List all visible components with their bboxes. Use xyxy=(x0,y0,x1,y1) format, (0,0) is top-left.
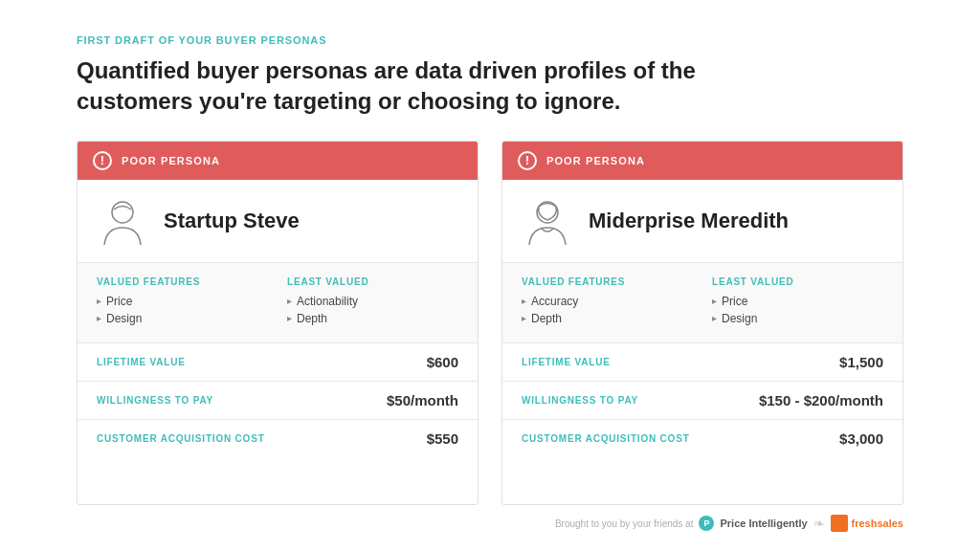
price-intelligently-icon: P xyxy=(699,516,714,531)
least-label-steve: Least Valued xyxy=(287,276,458,287)
card-header-steve: ! Poor Persona xyxy=(78,142,478,180)
avatar-meredith xyxy=(522,195,573,247)
lifetime-label-meredith: Lifetime Value xyxy=(522,357,611,367)
persona-identity-row-steve: Startup Steve xyxy=(78,180,478,263)
valued-features-col-meredith: Valued Features Accuracy Depth xyxy=(522,276,693,329)
lifetime-value-steve: $600 xyxy=(427,354,458,370)
separator-icon: ❧ xyxy=(813,516,825,531)
cards-container: ! Poor Persona Startup Steve Valued Feat… xyxy=(77,141,903,505)
cac-row-meredith: Customer Acquisition Cost $3,000 xyxy=(502,420,902,457)
cac-label-steve: Customer Acquisition Cost xyxy=(97,433,265,444)
lifetime-label-steve: Lifetime Value xyxy=(97,357,186,367)
poor-persona-icon-meredith: ! xyxy=(518,151,537,170)
page-title: Quantified buyer personas are data drive… xyxy=(77,55,727,118)
freshsales-icon xyxy=(831,515,848,532)
persona-name-steve: Startup Steve xyxy=(164,209,300,233)
valued-label-steve: Valued Features xyxy=(97,276,268,287)
persona-card-meredith: ! Poor Persona Miderprise Meredith Value… xyxy=(501,141,903,505)
cac-row-steve: Customer Acquisition Cost $550 xyxy=(78,420,478,457)
card-badge-meredith: Poor Persona xyxy=(546,155,645,166)
lifetime-value-meredith: $1,500 xyxy=(839,354,883,370)
least-item-meredith-0: Price xyxy=(712,295,883,308)
footer-attribution: Brought to you by your friends at P Pric… xyxy=(77,515,903,532)
cac-value-meredith: $3,000 xyxy=(839,430,883,447)
valued-item-meredith-0: Accuracy xyxy=(522,295,693,308)
features-row-meredith: Valued Features Accuracy Depth Least Val… xyxy=(502,263,902,343)
valued-list-meredith: Accuracy Depth xyxy=(522,295,693,325)
features-row-steve: Valued Features Price Design Least Value… xyxy=(78,263,478,343)
price-intelligently-brand: Price Intelligently xyxy=(720,518,807,529)
wtp-value-meredith: $150 - $200/month xyxy=(759,392,883,408)
valued-item-steve-0: Price xyxy=(97,295,268,308)
persona-card-steve: ! Poor Persona Startup Steve Valued Feat… xyxy=(77,141,479,505)
persona-identity-row-meredith: Miderprise Meredith xyxy=(502,180,902,263)
footer-brought-by: Brought to you by your friends at xyxy=(555,518,694,529)
valued-item-meredith-1: Depth xyxy=(522,312,693,325)
card-badge-steve: Poor Persona xyxy=(122,155,220,166)
least-item-steve-0: Actionability xyxy=(287,295,458,308)
least-item-meredith-1: Design xyxy=(712,312,883,325)
wtp-value-steve: $50/month xyxy=(387,392,458,408)
card-header-meredith: ! Poor Persona xyxy=(502,142,902,180)
least-valued-col-steve: Least Valued Actionability Depth xyxy=(287,276,458,329)
wtp-label-meredith: Willingness to Pay xyxy=(522,395,638,406)
header-section: First Draft of Your Buyer Personas Quant… xyxy=(77,34,903,118)
svg-point-0 xyxy=(112,202,133,223)
valued-features-col-steve: Valued Features Price Design xyxy=(97,276,268,329)
valued-label-meredith: Valued Features xyxy=(522,276,693,287)
least-label-meredith: Least Valued xyxy=(712,276,883,287)
lifetime-value-row-steve: Lifetime Value $600 xyxy=(78,343,478,382)
valued-list-steve: Price Design xyxy=(97,295,268,325)
lifetime-value-row-meredith: Lifetime Value $1,500 xyxy=(502,343,902,382)
least-list-meredith: Price Design xyxy=(712,295,883,325)
least-valued-col-meredith: Least Valued Price Design xyxy=(712,276,883,329)
least-list-steve: Actionability Depth xyxy=(287,295,458,325)
avatar-steve xyxy=(97,195,148,247)
page-subtitle: First Draft of Your Buyer Personas xyxy=(77,34,903,46)
wtp-row-steve: Willingness to Pay $50/month xyxy=(78,382,478,420)
valued-item-steve-1: Design xyxy=(97,312,268,325)
freshsales-brand: freshsales xyxy=(831,515,903,532)
least-item-steve-1: Depth xyxy=(287,312,458,325)
persona-name-meredith: Miderprise Meredith xyxy=(589,209,789,233)
cac-value-steve: $550 xyxy=(427,430,458,447)
poor-persona-icon-steve: ! xyxy=(93,151,112,170)
cac-label-meredith: Customer Acquisition Cost xyxy=(522,433,690,444)
wtp-row-meredith: Willingness to Pay $150 - $200/month xyxy=(502,382,902,420)
wtp-label-steve: Willingness to Pay xyxy=(97,395,213,406)
